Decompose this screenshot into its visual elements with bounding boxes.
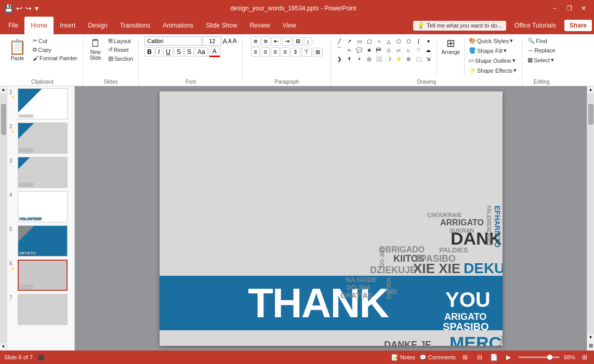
menu-review[interactable]: Review [243,17,276,34]
shape-para[interactable]: ▱ [394,46,403,53]
layout-button[interactable]: ⊞ Layout [106,36,136,45]
increase-font-button[interactable]: A [222,37,227,45]
shape-cube[interactable]: ⬚ [414,55,423,62]
font-color-button[interactable]: A [209,47,220,57]
find-button[interactable]: 🔍 Find [525,36,549,45]
text-direction-button[interactable]: ⇕ [291,48,300,57]
scroll-down-button[interactable]: ▼ [0,343,7,350]
shape-triangle[interactable]: △ [385,37,393,45]
columns-button[interactable]: ⊞ [293,37,303,46]
office-tutorials-link[interactable]: Office Tutorials [510,22,560,29]
slide-thumb-3[interactable]: 3 ★ DESIGN [9,157,72,188]
left-scroll-thumb[interactable] [1,104,6,135]
menu-insert[interactable]: Insert [54,17,82,34]
new-slide-button[interactable]: 🗒 NewSlide [86,36,105,62]
menu-home[interactable]: Home [24,17,54,34]
scroll-up-button[interactable]: ▲ [0,86,7,93]
font-name-input[interactable] [144,36,202,46]
shape-outline-button[interactable]: ▭ Shape Outline ▾ [467,56,519,65]
tell-me-input[interactable]: 💡 Tell me what you want to do... [413,21,506,31]
paste-button[interactable]: 📋 Paste [5,36,30,63]
comments-button[interactable]: 💬 Comments [419,354,456,361]
menu-view[interactable]: View [276,17,302,34]
shape-callout[interactable]: 💬 [355,46,363,53]
shape-plus[interactable]: + [355,55,363,62]
italic-button[interactable]: I [155,47,162,57]
shape-trap[interactable]: ⏢ [404,46,413,53]
shape-cross[interactable]: ✝ [345,55,353,62]
shape-expand[interactable]: ⇲ [424,55,432,62]
copy-button[interactable]: ⧉ Copy [31,45,80,54]
shape-hex[interactable]: ⬡ [404,37,413,45]
share-button[interactable]: Share [564,20,592,31]
zoom-slider[interactable] [518,356,560,358]
undo-icon[interactable]: ↩ [16,4,22,12]
section-button[interactable]: ▤ Section [106,54,136,63]
shape-rect[interactable]: ▭ [355,37,363,45]
shape-line[interactable]: ╱ [335,37,344,45]
menu-animations[interactable]: Animations [156,17,200,34]
align-right-button[interactable]: ≡ [271,47,280,57]
customize-icon[interactable]: ▾ [35,4,38,12]
shape-curve[interactable]: ⌒ [335,46,344,53]
shape-frame[interactable]: ⬜ [375,55,383,62]
slide-thumb-6[interactable]: 6 ★ THANK [9,260,72,291]
save-icon[interactable]: 💾 [4,4,13,12]
smartart-button[interactable]: ⊞ [313,48,323,57]
shape-moon[interactable]: ☽ [385,55,393,62]
fit-page-button[interactable]: ⊞ [587,342,595,349]
slide-thumb-1[interactable]: 1 ★ DESIGN [9,88,72,119]
shape-fill-button[interactable]: 🪣 Shape Fill ▾ [467,46,519,55]
shape-chevron[interactable]: ❯ [335,55,344,62]
align-text-button[interactable]: ⊤ [301,48,312,57]
reset-button[interactable]: ↺ Reset [106,45,136,54]
shape-more[interactable]: ▾ [424,37,432,45]
normal-view-button[interactable]: ⊞ [460,352,470,362]
scroll-thumb-right[interactable] [588,104,593,125]
redo-icon[interactable]: ↪ [25,4,32,12]
bold-button[interactable]: B [144,47,154,57]
arrange-button[interactable]: ⊞ Arrange [439,36,462,57]
clear-format-button[interactable]: A [233,37,237,45]
shape-heart[interactable]: ♡ [414,46,423,53]
select-button[interactable]: ▦ Select ▾ [525,56,556,64]
slide-thumb-2[interactable]: 2 ★ DESIGN [9,123,72,154]
shape-arrow[interactable]: ↗ [345,37,353,45]
align-center-button[interactable]: ≡ [261,47,270,57]
indent-less-button[interactable]: ⇤ [271,37,281,46]
text-shadow-button[interactable]: S [184,47,194,57]
bullets-button[interactable]: ≡ [251,36,260,46]
slide-thumb-4[interactable]: 4 ★ VOLUNTEER [9,191,72,222]
slide-sorter-button[interactable]: ⊟ [474,352,485,362]
slide-thumb-7[interactable]: 7 ★ [9,294,72,325]
reading-view-button[interactable]: 📄 [489,352,499,362]
zoom-thumb[interactable] [547,355,552,360]
scroll-down-right-button[interactable]: ▼ [587,334,595,341]
cut-button[interactable]: ✂ Cut [31,36,80,45]
minimize-button[interactable]: − [548,3,561,14]
shape-circle[interactable]: ○ [375,37,383,45]
shape-brace[interactable]: { [414,37,423,45]
shape-diamond[interactable]: ◇ [385,46,393,53]
menu-slideshow[interactable]: Slide Show [200,17,243,34]
shape-banner[interactable]: ⛿ [375,46,383,53]
shape-bolt[interactable]: ⚡ [394,55,403,62]
line-spacing-button[interactable]: ↕ [304,37,312,46]
justify-button[interactable]: ≡ [281,47,289,57]
align-left-button[interactable]: ≡ [251,47,260,57]
menu-transitions[interactable]: Transitions [114,17,156,34]
underline-button[interactable]: U [163,47,173,57]
shape-ring[interactable]: ◎ [365,55,373,62]
scroll-up-right-button[interactable]: ▲ [587,86,595,93]
shape-no[interactable]: ⊘ [404,55,413,62]
fit-slide-button[interactable]: ⊞ [579,352,590,362]
shape-cloud[interactable]: ☁ [424,46,432,53]
font-size-input[interactable] [203,36,221,46]
shape-pentagon[interactable]: ⬠ [394,37,403,45]
quick-styles-button[interactable]: 🎨 Quick Styles ▾ [467,36,519,45]
slide-thumb-5[interactable]: 5 ★ ARTISTIC [9,225,72,257]
menu-design[interactable]: Design [82,17,113,34]
strikethrough-button[interactable]: S [174,47,183,57]
shape-effects-button[interactable]: ✨ Shape Effects ▾ [467,66,519,75]
menu-file[interactable]: File [2,17,24,34]
